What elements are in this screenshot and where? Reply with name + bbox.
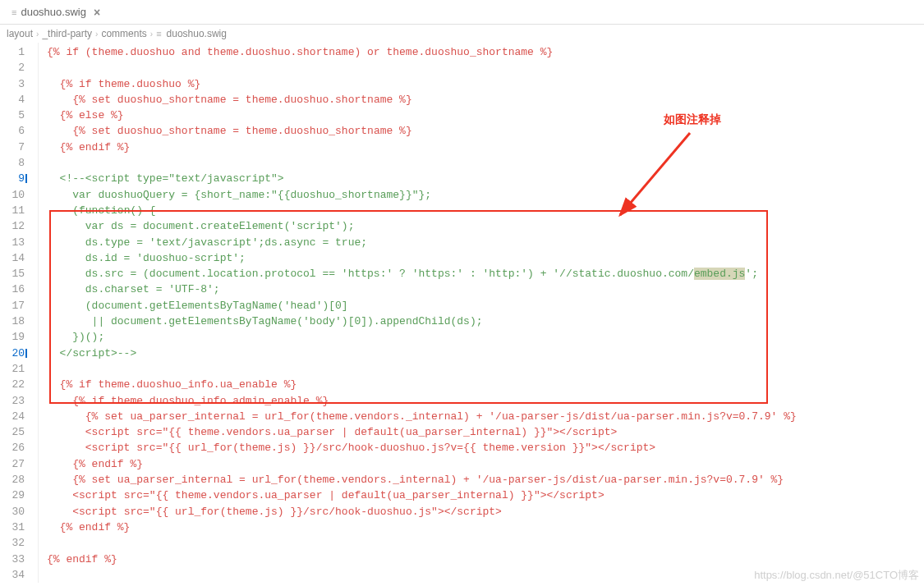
- code-editor[interactable]: 1234567891011121314151617181920212223242…: [0, 43, 924, 583]
- line-number: 10: [0, 187, 25, 203]
- line-number: 1: [0, 44, 25, 60]
- code-line[interactable]: {% endif %}: [47, 140, 924, 155]
- line-number: 31: [0, 520, 25, 535]
- line-number: 30: [0, 504, 25, 520]
- code-line[interactable]: {% endif %}: [47, 552, 924, 567]
- line-number: 28: [0, 472, 25, 488]
- code-line[interactable]: ds.src = (document.location.protocol == …: [47, 266, 924, 282]
- code-line[interactable]: var duoshuoQuery = {short_name:"{{duoshu…: [47, 187, 924, 203]
- code-line[interactable]: <script src="{{ theme.vendors.ua_parser …: [47, 488, 924, 503]
- crumb-file[interactable]: duoshuo.swig: [167, 28, 227, 39]
- crumb-comments[interactable]: comments: [101, 28, 146, 39]
- line-number: 26: [0, 440, 25, 456]
- tab-bar: ≡ duoshuo.swig ×: [0, 0, 924, 25]
- code-line[interactable]: <script src="{{ url_for(theme.js) }}/src…: [47, 440, 924, 456]
- code-line[interactable]: (function() {: [47, 203, 924, 218]
- line-number: 25: [0, 424, 25, 440]
- code-line[interactable]: {% set ua_parser_internal = url_for(them…: [47, 409, 924, 424]
- code-line[interactable]: {% set ua_parser_internal = url_for(them…: [47, 472, 924, 488]
- code-line[interactable]: [47, 60, 924, 76]
- file-icon: ≡: [156, 29, 161, 39]
- code-line[interactable]: [47, 361, 924, 377]
- line-number: 21: [0, 361, 25, 377]
- code-line[interactable]: {% endif %}: [47, 456, 924, 472]
- code-line[interactable]: {% if theme.duoshuo %}: [47, 76, 924, 92]
- code-line[interactable]: {% if theme.duoshuo_info.ua_enable %}: [47, 377, 924, 392]
- breadcrumb: layout › _third-party › comments › ≡ duo…: [0, 25, 924, 43]
- code-line[interactable]: {% else %}: [47, 108, 924, 123]
- annotation-label: 如图注释掉: [664, 112, 721, 127]
- line-number: 2: [0, 60, 25, 76]
- code-line[interactable]: })();: [47, 329, 924, 345]
- file-icon: ≡: [11, 7, 16, 17]
- chevron-right-icon: ›: [36, 30, 39, 39]
- code-line[interactable]: {% set duoshuo_shortname = theme.duoshuo…: [47, 92, 924, 108]
- code-line[interactable]: var ds = document.createElement('script'…: [47, 218, 924, 234]
- line-number: 12: [0, 218, 25, 234]
- code-line[interactable]: (document.getElementsByTagName('head')[0…: [47, 298, 924, 314]
- line-number: 8: [0, 155, 25, 171]
- line-number: 6: [0, 123, 25, 139]
- code-line[interactable]: ds.type = 'text/javascript';ds.async = t…: [47, 235, 924, 250]
- crumb-layout[interactable]: layout: [7, 28, 33, 39]
- line-number: 27: [0, 456, 25, 472]
- code-line[interactable]: ds.charset = 'UTF-8';: [47, 282, 924, 297]
- close-icon[interactable]: ×: [94, 6, 100, 19]
- code-line[interactable]: <!--<script type="text/javascript">: [47, 171, 924, 186]
- code-line[interactable]: {% endif %}: [47, 520, 924, 535]
- line-number: 22: [0, 377, 25, 392]
- code-line[interactable]: <script src="{{ theme.vendors.ua_parser …: [47, 424, 924, 440]
- line-number: 5: [0, 108, 25, 123]
- code-line[interactable]: </script>-->: [47, 346, 924, 361]
- line-number: 17: [0, 298, 25, 314]
- code-line[interactable]: <script src="{{ url_for(theme.js) }}/src…: [47, 504, 924, 520]
- code-line[interactable]: || document.getElementsByTagName('body')…: [47, 314, 924, 329]
- line-number: 32: [0, 535, 25, 551]
- line-number: 23: [0, 393, 25, 409]
- line-number: 15: [0, 266, 25, 282]
- line-number: 4: [0, 92, 25, 108]
- line-number: 3: [0, 76, 25, 92]
- line-number: 29: [0, 488, 25, 503]
- chevron-right-icon: ›: [150, 30, 153, 39]
- line-number: 13: [0, 235, 25, 250]
- watermark: https://blog.csdn.net/@51CTO博客: [754, 568, 919, 583]
- line-number: 9: [0, 171, 25, 186]
- code-line[interactable]: {% if (theme.duoshuo and theme.duoshuo.s…: [47, 44, 924, 60]
- line-number: 14: [0, 250, 25, 266]
- code-line[interactable]: {% if theme.duoshuo_info.admin_enable %}: [47, 393, 924, 409]
- line-number: 11: [0, 203, 25, 218]
- line-number: 7: [0, 140, 25, 155]
- line-number: 16: [0, 282, 25, 297]
- line-number: 24: [0, 409, 25, 424]
- code-line[interactable]: ds.id = 'duoshuo-script';: [47, 250, 924, 266]
- line-number: 19: [0, 329, 25, 345]
- crumb-third-party[interactable]: _third-party: [42, 28, 92, 39]
- line-number: 33: [0, 552, 25, 567]
- line-number: 34: [0, 567, 25, 583]
- chevron-right-icon: ›: [95, 30, 98, 39]
- tab-label: duoshuo.swig: [21, 6, 86, 18]
- line-number: 18: [0, 314, 25, 329]
- tab-duoshuo[interactable]: ≡ duoshuo.swig ×: [5, 2, 107, 22]
- code-line[interactable]: [47, 535, 924, 551]
- line-gutter: 1234567891011121314151617181920212223242…: [0, 43, 38, 583]
- line-number: 20: [0, 346, 25, 361]
- code-area[interactable]: {% if (theme.duoshuo and theme.duoshuo.s…: [38, 43, 924, 583]
- code-line[interactable]: [47, 155, 924, 171]
- code-line[interactable]: {% set duoshuo_shortname = theme.duoshuo…: [47, 123, 924, 139]
